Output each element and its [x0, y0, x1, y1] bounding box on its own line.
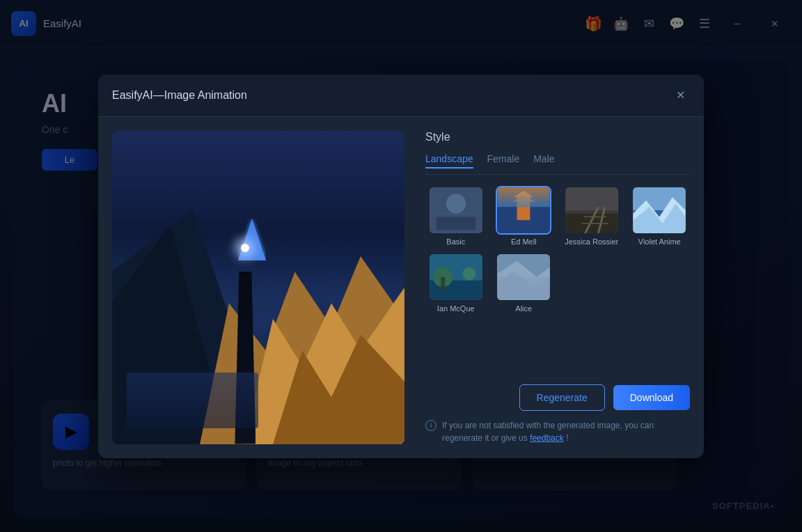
style-item-edmell[interactable]: Ed Mell [494, 186, 555, 246]
style-item-violet[interactable]: Violet Anime [629, 186, 691, 246]
thumb-image-alice [497, 254, 550, 300]
dialog-overlay: EasifyAI—Image Animation ✕ [0, 0, 802, 532]
download-button[interactable]: Download [613, 385, 690, 410]
style-grid: Basic [425, 186, 690, 313]
style-thumb-ianmcque[interactable] [428, 253, 484, 302]
thumb-image-jessica [565, 187, 618, 233]
style-item-ianmcque[interactable]: Ian McQue [425, 253, 487, 313]
dialog-header: EasifyAI—Image Animation ✕ [98, 75, 704, 117]
svg-rect-8 [436, 217, 475, 230]
dialog-image-section: ⌢ ⌢ ⌢ [98, 117, 418, 458]
thumb-image-ianmcque [430, 254, 482, 300]
tab-female[interactable]: Female [487, 153, 520, 169]
dialog-body: ⌢ ⌢ ⌢ Style Landscape Female Male [98, 117, 704, 458]
style-name-alice: Alice [515, 304, 532, 313]
svg-marker-5 [238, 219, 266, 260]
svg-rect-22 [565, 187, 618, 210]
thumb-image-edmell [497, 187, 550, 233]
image-animation-dialog: EasifyAI—Image Animation ✕ [98, 75, 704, 458]
style-thumb-alice[interactable] [496, 253, 551, 302]
svg-point-31 [462, 267, 475, 280]
style-item-basic[interactable]: Basic [425, 186, 487, 246]
svg-rect-30 [441, 277, 445, 290]
dialog-title: EasifyAI—Image Animation [112, 89, 247, 102]
thumb-image-basic [430, 187, 482, 233]
dialog-actions: Regenerate Download [425, 384, 690, 411]
info-icon: i [425, 420, 437, 431]
painting: ⌢ ⌢ ⌢ [112, 131, 404, 444]
feedback-link[interactable]: feedback [530, 433, 564, 443]
style-item-alice[interactable]: Alice [494, 253, 555, 313]
tab-male[interactable]: Male [533, 153, 554, 169]
style-tabs: Landscape Female Male [425, 153, 690, 175]
svg-rect-15 [498, 187, 550, 207]
thumb-image-violet [633, 187, 686, 233]
style-label: Style [425, 131, 690, 143]
style-thumb-basic[interactable] [428, 186, 484, 235]
style-thumb-violet[interactable] [631, 186, 687, 235]
dialog-info-text: If you are not satisfied with the genera… [442, 419, 690, 444]
style-item-jessica[interactable]: Jessica Rossier [561, 186, 622, 246]
style-name-jessica: Jessica Rossier [565, 237, 618, 246]
style-thumb-edmell[interactable] [496, 186, 551, 235]
dialog-info: i If you are not satisfied with the gene… [425, 419, 690, 444]
style-name-edmell: Ed Mell [511, 237, 537, 246]
regenerate-button[interactable]: Regenerate [519, 384, 605, 411]
dialog-close-button[interactable]: ✕ [670, 86, 690, 105]
style-name-basic: Basic [446, 237, 465, 246]
style-name-ianmcque: Ian McQue [437, 304, 475, 313]
tab-landscape[interactable]: Landscape [425, 153, 473, 169]
style-name-violet: Violet Anime [638, 237, 681, 246]
svg-point-7 [446, 194, 466, 213]
dialog-style-section: Style Landscape Female Male [418, 117, 704, 458]
style-thumb-jessica[interactable] [564, 186, 620, 235]
image-preview: ⌢ ⌢ ⌢ [112, 131, 404, 444]
